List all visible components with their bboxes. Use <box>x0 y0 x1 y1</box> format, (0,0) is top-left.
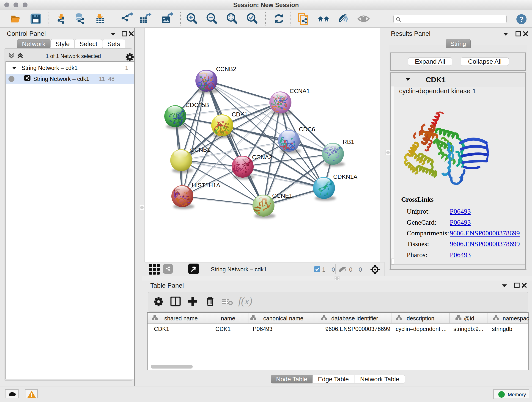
svg-text:CCNA2: CCNA2 <box>252 154 272 161</box>
svg-text:RB1: RB1 <box>343 138 355 145</box>
svg-text:CDC25B: CDC25B <box>186 102 209 108</box>
svg-text:HIST1H1A: HIST1H1A <box>192 182 220 189</box>
svg-text:CDC6: CDC6 <box>299 126 315 133</box>
svg-text:CCNB1: CCNB1 <box>190 146 210 153</box>
svg-text:CCNB2: CCNB2 <box>216 65 236 72</box>
svg-text:CDKN1A: CDKN1A <box>333 173 357 180</box>
svg-text:?: ? <box>519 15 524 23</box>
svg-text:CCNA1: CCNA1 <box>290 88 310 95</box>
svg-text:CDK1: CDK1 <box>232 111 247 118</box>
svg-text:CCNE1: CCNE1 <box>272 192 292 199</box>
